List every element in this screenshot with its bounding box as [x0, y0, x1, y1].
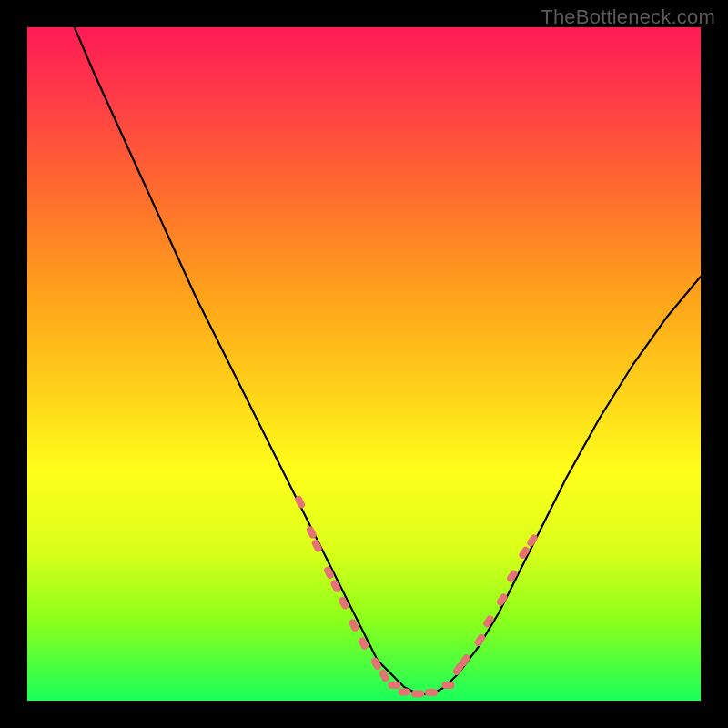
chart-dot [357, 636, 369, 651]
chart-dot [425, 689, 438, 696]
chart-frame: TheBottleneck.com [0, 0, 728, 728]
chart-dots [294, 495, 539, 698]
chart-dot [388, 682, 400, 689]
chart-dot [495, 592, 508, 607]
chart-dot [442, 682, 455, 689]
chart-svg [27, 27, 701, 701]
chart-dot [411, 691, 424, 698]
chart-curve [75, 27, 701, 694]
chart-dot [398, 688, 410, 695]
chart-plot-area [27, 27, 701, 701]
watermark-text: TheBottleneck.com [541, 5, 715, 29]
